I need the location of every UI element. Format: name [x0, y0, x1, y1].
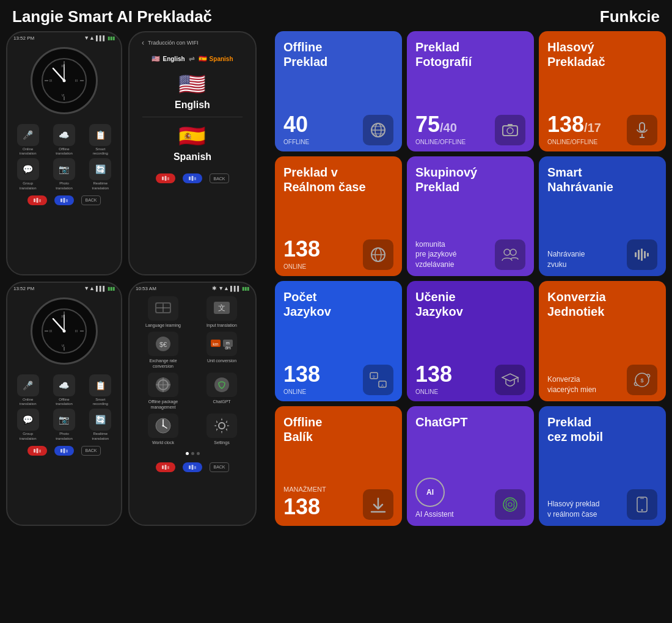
from-lang-name-large: English [175, 100, 210, 111]
ctrl-btn-red-2[interactable] [156, 173, 175, 183]
card-hlasovy-prekladac[interactable]: HlasovýPrekladač 138 / 17 ONLINE/OFFLINE [539, 31, 666, 151]
phones-section: 13:52 PM ▼▲ ▌▌▌ ▮▮▮ [6, 31, 269, 526]
icon-realtime-translation[interactable]: 🔄 Realtimetranslation [84, 158, 117, 190]
icon-group-translation[interactable]: 💬 Grouptranslation [11, 158, 45, 190]
back-btn-4[interactable]: BACK [210, 462, 229, 472]
back-btn-2[interactable]: BACK [210, 173, 229, 183]
app-exchange-rate[interactable]: $€ Exchange rateconversion [136, 332, 191, 369]
phone-1: 13:52 PM ▼▲ ▌▌▌ ▮▮▮ [6, 31, 122, 275]
offline-package-label: Offline packagemanagement [148, 399, 178, 410]
offline-package-icon [148, 373, 178, 397]
card-chatgpt[interactable]: ChatGPT AI AI Assistent [407, 406, 534, 526]
ctrl-btn-red-4[interactable] [156, 462, 175, 472]
ctrl-btn-blue-4[interactable] [183, 462, 202, 472]
offline-translation-icon: ☁️ [53, 124, 75, 146]
card-preklad-realnom-case[interactable]: Preklad vReálnom čase 138 ONLINE [275, 156, 402, 277]
app-language-learning[interactable]: Language learning [136, 296, 191, 328]
unit-conversion-icon: kmmdm [206, 332, 237, 356]
dot-2 [191, 452, 194, 455]
app-input-translation[interactable]: 文 Input translation [194, 296, 249, 328]
icon-offline-translation[interactable]: ☁️ Offlinetranslation [47, 124, 81, 156]
offline-preklad-label: OFFLINE [283, 139, 309, 145]
back-label-2: BACK [213, 177, 225, 181]
back-btn-1[interactable]: BACK [81, 195, 101, 205]
ucenie-jazykov-title: UčenieJazykov [415, 290, 525, 319]
phone1-status-icons: ▼▲ ▌▌▌ ▮▮▮ [84, 35, 115, 41]
svg-text:dm: dm [225, 346, 231, 350]
ctrl-btn-blue-1[interactable] [54, 195, 74, 205]
preklad-realnom-case-title: Preklad vReálnom čase [283, 165, 393, 194]
icon-group-trans-3[interactable]: 💬 Grouptranslation [11, 409, 45, 440]
trans-title: Traducción con WIFI [148, 40, 199, 46]
ctrl-btn-blue-2[interactable] [183, 173, 202, 183]
funkcie-label: Funkcie [600, 7, 660, 26]
svg-rect-41 [66, 450, 68, 453]
preklad-cez-mobil-desc: Hlasový prekladv reálnom čase [547, 499, 599, 520]
card-offline-balik[interactable]: OfflineBalík MANAŽMENT 138 [275, 406, 402, 526]
card-ucenie-jazykov[interactable]: UčenieJazykov 138 ONLINE [407, 281, 534, 401]
offline-preklad-title: OfflinePreklad [283, 40, 393, 69]
hlasovy-prekladac-title: HlasovýPrekladač [547, 40, 657, 69]
preklad-fotografii-fraction: 75 / 40 [415, 112, 466, 137]
app-world-clock[interactable]: World clock [136, 414, 191, 445]
icon-smart-rec-3[interactable]: 📋 Smartrecording [84, 374, 117, 406]
back-arrow[interactable]: ‹ [142, 38, 144, 47]
preklad-fotografii-bottom: 75 / 40 ONLINE/OFFLINE [415, 112, 525, 145]
from-lang-option[interactable]: 🇺🇸 English [142, 65, 243, 117]
settings-icon [206, 414, 237, 438]
card-preklad-fotografii[interactable]: PrekladFotografií 75 / 40 ONLINE/OFFLINE [407, 31, 534, 151]
icon-offline-trans-3[interactable]: ☁️ Offlinetranslation [47, 374, 81, 406]
svg-rect-18 [162, 177, 164, 180]
hlasovy-prekladac-icon-box [627, 115, 657, 145]
ctrl-btn-red-3[interactable] [27, 446, 47, 456]
back-btn-3[interactable]: BACK [81, 446, 101, 456]
icon-smart-recording[interactable]: 📋 Smartrecording [84, 124, 117, 156]
ctrl-btn-blue-3[interactable] [54, 446, 74, 456]
card-preklad-cez-mobil[interactable]: Prekladcez mobil Hlasový prekladv reálno… [539, 406, 666, 526]
exchange-rate-icon: $€ [148, 332, 178, 356]
hlasovy-prekladac-bottom: 138 / 17 ONLINE/OFFLINE [547, 112, 657, 145]
offline-balik-title: OfflineBalík [283, 415, 393, 444]
app-chatgpt[interactable]: ChatGPT [194, 373, 249, 410]
svg-point-31 [63, 330, 66, 333]
svg-text:III: III [75, 329, 78, 333]
card-pocet-jazykov[interactable]: PočetJazykov 138 ONLINE 文A [275, 281, 402, 401]
card-konverzia-jednotiek[interactable]: KonverziaJednotiek Konverziaviacerých mi… [539, 281, 666, 401]
swap-icon[interactable]: ⇌ [189, 54, 195, 63]
card-smart-nahravanie[interactable]: SmartNahrávanie Nahrávaniezvuku [539, 156, 666, 277]
battery-icon-ph3: ▮▮▮ [108, 286, 115, 291]
group-translation-label: Grouptranslation [20, 181, 37, 190]
online-trans-icon-3: 🎤 [17, 374, 39, 396]
icon-photo-trans-3[interactable]: 📷 Phototranslation [47, 409, 81, 440]
ucenie-jazykov-icon-box [495, 365, 525, 395]
card-skupinovy-preklad[interactable]: SkupinovýPreklad komunitapre jazykovévzd… [407, 156, 534, 277]
konverzia-jednotiek-bottom: Konverziaviacerých mien $ [547, 365, 657, 395]
app-settings[interactable]: Settings [194, 414, 249, 445]
icon-realtime-trans-3[interactable]: 🔄 Realtimetranslation [84, 409, 117, 440]
back-label-3: BACK [85, 448, 97, 453]
skupinovy-preklad-icon-box [495, 239, 525, 270]
realtime-translation-label: Realtimetranslation [92, 181, 109, 190]
phone4-time: 10:53 AM [136, 286, 156, 291]
chatgpt-bottom: AI AI Assistent [415, 478, 525, 520]
offline-balik-number: 138 [283, 494, 326, 520]
waveform-icon [634, 246, 651, 263]
icon-online-trans-3[interactable]: 🎤 Onlinetranslation [11, 374, 45, 406]
world-clock-label: World clock [152, 440, 174, 445]
svg-rect-12 [34, 199, 35, 202]
ucenie-jazykov-label: ONLINE [415, 388, 452, 395]
svg-text:XII: XII [61, 315, 65, 318]
icon-online-translation[interactable]: 🎤 Onlinetranslation [11, 124, 45, 156]
svg-rect-68 [192, 465, 194, 470]
app-unit-conversion[interactable]: kmmdm Unit conversion [194, 332, 249, 369]
svg-point-102 [641, 509, 643, 511]
ctrl-btn-red-1[interactable] [27, 195, 47, 205]
app-offline-package[interactable]: Offline packagemanagement [136, 373, 191, 410]
svg-rect-14 [39, 199, 41, 202]
icon-photo-translation[interactable]: 📷 Phototranslation [47, 158, 81, 190]
input-translation-icon: 文 [206, 296, 237, 321]
phone2-status-bar: ‹ Traducción con WIFI [130, 32, 255, 52]
to-lang-option[interactable]: 🇪🇸 Spanish [142, 117, 243, 169]
svg-rect-21 [189, 177, 191, 180]
card-offline-preklad[interactable]: OfflinePreklad 40 OFFLINE [275, 31, 402, 151]
